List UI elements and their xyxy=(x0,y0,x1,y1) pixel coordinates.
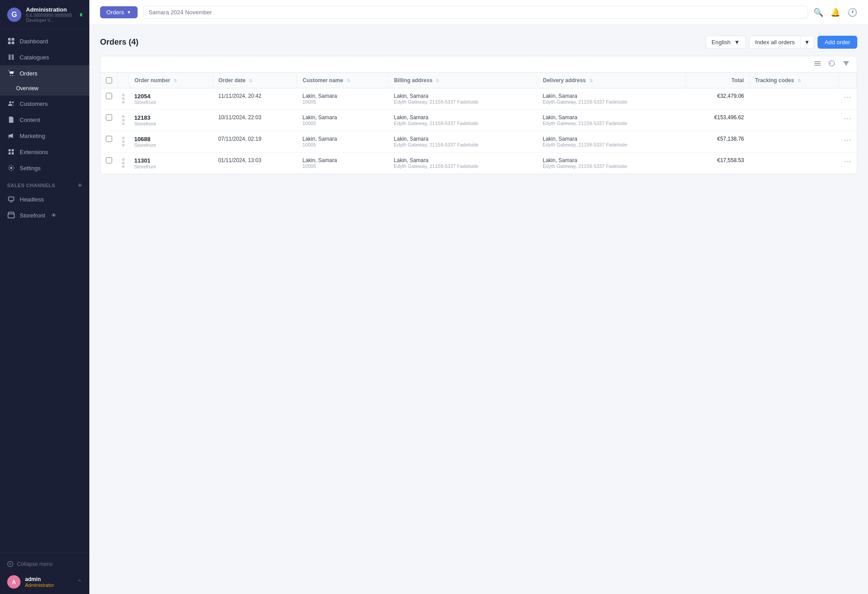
sidebar-item-storefront[interactable]: Storefront 👁 xyxy=(0,207,89,223)
customer-name-cell[interactable]: Lakin, Samara 10005 xyxy=(297,88,389,110)
select-all-checkbox[interactable] xyxy=(106,77,112,84)
sidebar-item-dashboard[interactable]: Dashboard xyxy=(0,33,89,49)
row-context-menu-button[interactable]: ⋯ xyxy=(844,136,851,144)
row-checkbox[interactable] xyxy=(106,157,112,163)
search-bar[interactable]: Samara 2024 November xyxy=(143,6,808,19)
sidebar-item-extensions[interactable]: Extensions xyxy=(0,144,89,160)
order-number-header: Order number ⇅ xyxy=(129,73,213,88)
billing-address-cell: Lakin, Samara Edyth Gateway, 21159-5337 … xyxy=(389,88,537,110)
order-number-cell[interactable]: 12183 Storefront xyxy=(129,110,213,131)
row-checkbox[interactable] xyxy=(106,93,112,99)
svg-rect-18 xyxy=(814,65,821,66)
sort-icon: ⇅ xyxy=(347,78,350,83)
user-role: Administrator xyxy=(25,582,54,588)
row-indicator-cell xyxy=(118,131,129,153)
row-indicator-header xyxy=(118,73,129,88)
order-date-cell: 01/11/2024, 13:03 xyxy=(213,153,297,174)
sidebar-item-label: Dashboard xyxy=(20,38,48,45)
sidebar-item-customers[interactable]: Customers xyxy=(0,96,89,112)
sort-icon: ⇅ xyxy=(249,78,252,83)
reset-button[interactable] xyxy=(826,58,837,71)
sidebar-item-catalogues[interactable]: Catalogues xyxy=(0,49,89,65)
sidebar-header: G Administration 6.6.99999999.9999999 De… xyxy=(0,0,89,29)
storefront-icon xyxy=(7,211,15,219)
svg-point-7 xyxy=(12,101,14,103)
tracking-codes-cell xyxy=(750,88,839,110)
row-context-menu-button[interactable]: ⋯ xyxy=(844,115,851,122)
headless-icon xyxy=(7,195,15,203)
add-sales-channel-button[interactable]: + xyxy=(78,181,82,189)
add-order-button[interactable]: Add order xyxy=(818,36,857,49)
index-btn-label: Index all orders xyxy=(750,36,800,48)
header-actions: English ▼ Index all orders ▼ Add order xyxy=(706,36,857,49)
book-icon xyxy=(7,53,15,61)
svg-rect-0 xyxy=(8,38,11,41)
sidebar-item-label: Storefront xyxy=(20,212,45,219)
sidebar-item-headless[interactable]: Headless xyxy=(0,191,89,207)
sort-icon: ⇅ xyxy=(797,78,801,83)
row-checkbox-cell xyxy=(101,153,118,168)
svg-rect-3 xyxy=(12,42,14,44)
index-all-orders-button[interactable]: Index all orders ▼ xyxy=(749,36,814,49)
row-actions-cell[interactable]: ⋯ xyxy=(839,131,857,153)
lang-label: English xyxy=(712,39,731,46)
sidebar: G Administration 6.6.99999999.9999999 De… xyxy=(0,0,89,594)
clock-icon[interactable]: 🕐 xyxy=(847,8,857,17)
customer-name-header: Customer name ⇅ xyxy=(297,73,389,88)
svg-point-12 xyxy=(10,167,13,169)
column-settings-button[interactable] xyxy=(812,58,823,71)
svg-rect-11 xyxy=(12,152,14,155)
page-header: Orders (4) English ▼ Index all orders ▼ … xyxy=(100,36,857,49)
row-actions-cell[interactable]: ⋯ xyxy=(839,110,857,131)
sort-icon: ⇅ xyxy=(436,78,439,83)
sidebar-item-content[interactable]: Content xyxy=(0,112,89,128)
tracking-codes-cell xyxy=(750,110,839,131)
sidebar-item-overview[interactable]: Overview xyxy=(0,81,89,96)
user-avatar: A xyxy=(7,575,21,589)
gear-icon xyxy=(7,164,15,172)
customer-name-cell[interactable]: Lakin, Samara 10005 xyxy=(297,131,389,153)
billing-address-header: Billing address ⇅ xyxy=(389,73,537,88)
active-section-label: Orders xyxy=(106,9,124,16)
collapse-menu-item[interactable]: Collapse menu xyxy=(7,558,82,570)
order-date-cell: 07/11/2024, 02:19 xyxy=(213,131,297,153)
svg-rect-14 xyxy=(8,214,14,218)
order-number-cell[interactable]: 12054 Storefront xyxy=(129,88,213,110)
sidebar-item-marketing[interactable]: Marketing xyxy=(0,128,89,144)
index-btn-dropdown-arrow[interactable]: ▼ xyxy=(800,36,813,48)
sidebar-item-label: Marketing xyxy=(20,133,45,139)
customer-name-cell[interactable]: Lakin, Samara 10005 xyxy=(297,110,389,131)
main-area: Orders ▼ Samara 2024 November 🔍 🔔 🕐 Orde… xyxy=(89,0,868,594)
order-number-cell[interactable]: 11301 Storefront xyxy=(129,153,213,174)
filter-button[interactable] xyxy=(841,58,851,71)
tracking-codes-header: Tracking codes ⇅ xyxy=(750,73,839,88)
app-logo: G xyxy=(7,8,21,22)
row-checkbox[interactable] xyxy=(106,136,112,142)
total-cell: €32,479.06 xyxy=(686,88,750,110)
table-row: 12054 Storefront 11/11/2024, 20:42 Lakin… xyxy=(101,88,857,110)
actions-header xyxy=(839,73,857,88)
sidebar-item-label: Extensions xyxy=(20,149,48,155)
page-title: Orders (4) xyxy=(100,38,138,47)
row-context-menu-button[interactable]: ⋯ xyxy=(844,158,851,165)
notification-icon[interactable]: 🔔 xyxy=(830,8,840,17)
sidebar-item-settings[interactable]: Settings xyxy=(0,160,89,176)
customer-name-cell[interactable]: Lakin, Samara 10005 xyxy=(297,153,389,174)
row-actions-cell[interactable]: ⋯ xyxy=(839,88,857,110)
table-toolbar xyxy=(101,56,857,73)
row-context-menu-button[interactable]: ⋯ xyxy=(844,93,851,101)
order-number-cell[interactable]: 10688 Storefront xyxy=(129,131,213,153)
search-icon[interactable]: 🔍 xyxy=(813,8,823,17)
row-checkbox-cell xyxy=(101,88,118,104)
orders-section-button[interactable]: Orders ▼ xyxy=(100,6,138,18)
sales-channels-section: Sales Channels + xyxy=(0,176,89,191)
row-checkbox-cell xyxy=(101,110,118,125)
billing-address-cell: Lakin, Samara Edyth Gateway, 21159-5337 … xyxy=(389,153,537,174)
billing-address-cell: Lakin, Samara Edyth Gateway, 21159-5337 … xyxy=(389,110,537,131)
language-select[interactable]: English ▼ xyxy=(706,36,746,49)
online-indicator xyxy=(80,13,82,17)
sidebar-item-orders[interactable]: Orders xyxy=(0,65,89,81)
row-actions-cell[interactable]: ⋯ xyxy=(839,153,857,174)
row-checkbox[interactable] xyxy=(106,114,112,121)
user-chevron-icon[interactable]: ⌃ xyxy=(77,579,82,586)
